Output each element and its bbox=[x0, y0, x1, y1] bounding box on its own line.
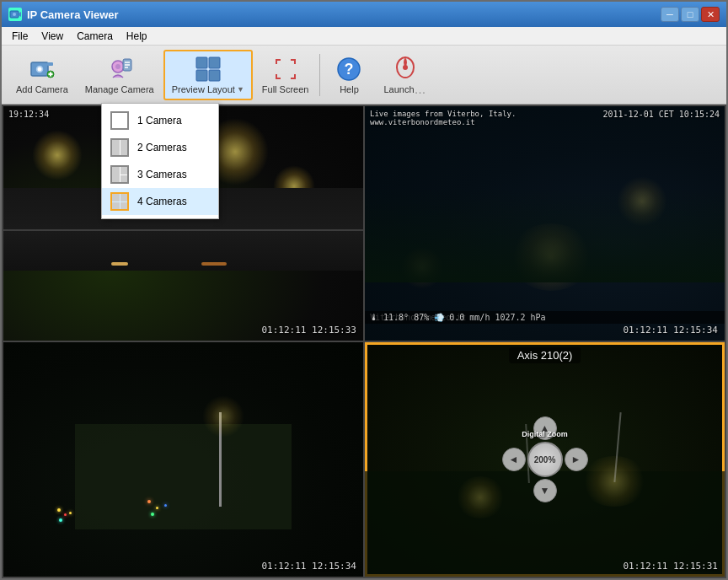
weather-data: 🌡 11.8° 87% 💨 0.0 mm/h 1027.2 hPa bbox=[370, 313, 546, 322]
layout-2-label: 2 Cameras bbox=[137, 142, 187, 153]
layout-3-label: 3 Cameras bbox=[137, 169, 187, 180]
svg-point-2 bbox=[13, 13, 16, 16]
ptz-right-button[interactable]: ► bbox=[565, 448, 588, 471]
camera-cell-4[interactable]: Axis 210(2) ▲ ◄ 200% Digital Zoom ► ▼ bbox=[365, 342, 725, 577]
camera-cell-2[interactable]: Live images from Viterbo, Italy. www.vit… bbox=[365, 106, 725, 341]
layout-3-cameras[interactable]: 3 Cameras bbox=[102, 161, 218, 188]
menu-camera[interactable]: Camera bbox=[70, 29, 120, 44]
cam1-info: 19:12:34 bbox=[8, 110, 49, 119]
layout-4-label: 4 Cameras bbox=[137, 196, 187, 207]
foliage bbox=[365, 188, 725, 282]
xmas-lights bbox=[57, 508, 74, 525]
app-icon bbox=[8, 8, 22, 21]
svg-rect-19 bbox=[209, 70, 220, 81]
car-lights bbox=[111, 262, 128, 266]
lamp-post bbox=[219, 412, 222, 506]
ptz-controls: ▲ ◄ 200% Digital Zoom ► ▼ bbox=[502, 416, 588, 502]
ptz-zoom-label: Digital Zoom bbox=[522, 430, 568, 438]
svg-rect-16 bbox=[196, 57, 207, 68]
help-label: Help bbox=[340, 84, 359, 94]
cam2-weather: 🌡 11.8° 87% 💨 0.0 mm/h 1027.2 hPa bbox=[365, 311, 725, 324]
svg-rect-18 bbox=[196, 70, 207, 81]
svg-point-11 bbox=[115, 64, 120, 69]
ptz-center-button[interactable]: 200% Digital Zoom bbox=[527, 442, 563, 477]
xmas-lights-2 bbox=[147, 500, 173, 525]
ptz-down-button[interactable]: ▼ bbox=[533, 479, 557, 502]
layout-1-camera[interactable]: 1 Camera bbox=[102, 107, 218, 134]
layout-4-icon bbox=[110, 192, 129, 211]
launch-icon bbox=[392, 54, 419, 81]
menu-file[interactable]: File bbox=[5, 29, 35, 44]
cam3-timestamp: 01:12:11 12:15:34 bbox=[261, 561, 356, 572]
full-screen-icon bbox=[272, 56, 299, 83]
help-icon: ? bbox=[335, 56, 362, 83]
svg-rect-17 bbox=[209, 57, 220, 68]
cam1-timestamp: 01:12:11 12:15:33 bbox=[261, 325, 356, 336]
ptz-left-button[interactable]: ◄ bbox=[502, 448, 526, 471]
cam2-timestamp: 01:12:11 12:15:34 bbox=[623, 325, 718, 336]
svg-rect-9 bbox=[48, 73, 52, 75]
full-screen-label: Full Screen bbox=[262, 84, 309, 94]
ptz-middle-row: ◄ 200% Digital Zoom ► bbox=[502, 442, 588, 477]
car-lights-2 bbox=[201, 262, 227, 266]
minimize-button[interactable]: ─ bbox=[661, 7, 679, 22]
svg-rect-6 bbox=[47, 62, 53, 66]
layout-1-icon bbox=[110, 111, 129, 130]
preview-layout-button[interactable]: Preview Layout ▼ bbox=[163, 50, 253, 100]
toolbar: Add Camera Manage Camera bbox=[2, 46, 726, 105]
cam2-info-right: 2011-12-01 CET 10:15:24 bbox=[603, 110, 720, 119]
ptz-zoom-value: 200% bbox=[534, 455, 556, 465]
road-line bbox=[3, 229, 363, 231]
title-bar-left: IP Camera Viewer bbox=[8, 8, 119, 21]
manage-camera-button[interactable]: Manage Camera bbox=[78, 50, 162, 100]
building bbox=[75, 424, 291, 529]
menu-bar: File View Camera Help bbox=[2, 27, 726, 46]
full-screen-button[interactable]: Full Screen bbox=[254, 50, 317, 100]
layout-2-icon bbox=[110, 138, 129, 157]
help-button[interactable]: ? Help bbox=[324, 50, 374, 100]
preview-layout-label: Preview Layout bbox=[172, 84, 235, 94]
layout-3-icon bbox=[110, 165, 129, 184]
cam4-timestamp: 01:12:11 12:15:31 bbox=[623, 561, 718, 572]
layout-4-cameras[interactable]: 4 Cameras bbox=[102, 188, 218, 215]
svg-point-5 bbox=[37, 67, 41, 71]
boat-lights-2 bbox=[455, 476, 506, 518]
title-bar: IP Camera Viewer ─ □ ✕ bbox=[2, 2, 726, 27]
cam2-info-left: Live images from Viterbo, Italy. www.vit… bbox=[370, 110, 516, 126]
toolbar-separator bbox=[319, 54, 320, 96]
manage-camera-icon bbox=[106, 56, 133, 83]
close-button[interactable]: ✕ bbox=[701, 7, 720, 22]
layout-2-cameras[interactable]: 2 Cameras bbox=[102, 134, 218, 161]
camera-cell-3[interactable]: 01:12:11 12:15:34 bbox=[3, 342, 363, 577]
cam4-title: Axis 210(2) bbox=[509, 347, 581, 363]
add-camera-icon bbox=[29, 56, 56, 83]
layout-dropdown: 1 Camera 2 Cameras 3 Cameras bbox=[101, 103, 219, 219]
window-controls: ─ □ ✕ bbox=[661, 7, 720, 22]
svg-point-22 bbox=[403, 65, 408, 70]
light-1 bbox=[32, 130, 83, 180]
menu-view[interactable]: View bbox=[35, 29, 70, 44]
layout-1-label: 1 Camera bbox=[137, 115, 182, 126]
window-title: IP Camera Viewer bbox=[27, 8, 119, 21]
launch-label: Launch bbox=[383, 84, 414, 94]
preview-layout-icon bbox=[195, 56, 222, 83]
ptz-bottom-row: ▼ bbox=[533, 479, 557, 502]
add-camera-label: Add Camera bbox=[16, 84, 68, 94]
manage-camera-label: Manage Camera bbox=[85, 84, 154, 94]
svg-text:?: ? bbox=[345, 61, 354, 78]
main-window: IP Camera Viewer ─ □ ✕ File View Camera … bbox=[0, 0, 728, 580]
menu-help[interactable]: Help bbox=[120, 29, 154, 44]
launch-dots: … bbox=[415, 83, 426, 96]
add-camera-button[interactable]: Add Camera bbox=[8, 50, 76, 100]
maximize-button[interactable]: □ bbox=[681, 7, 699, 22]
launch-button[interactable]: Launch … bbox=[376, 50, 433, 100]
